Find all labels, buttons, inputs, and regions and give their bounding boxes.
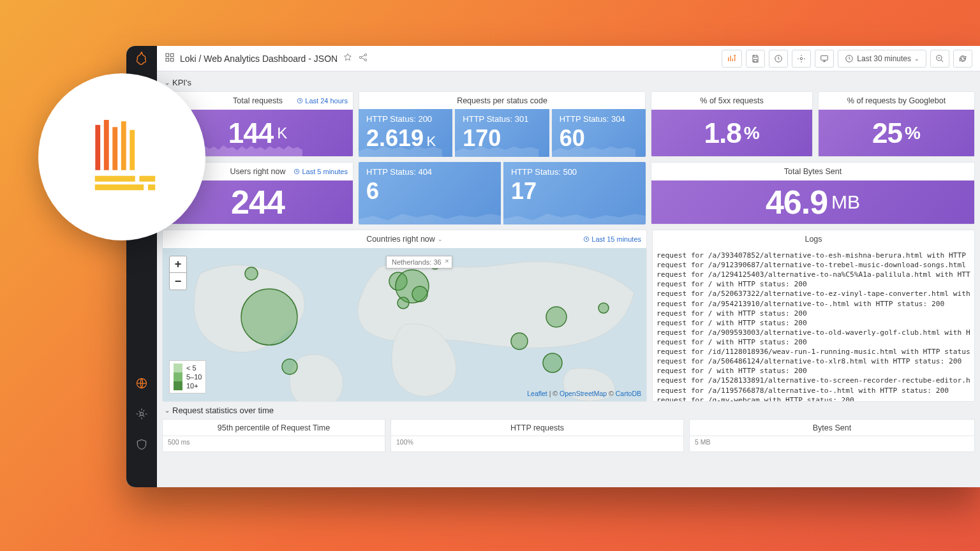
panel-p95[interactable]: 95th percentile of Request Time 500 ms bbox=[162, 419, 385, 452]
log-line: request for / with HTTP status: 200 bbox=[657, 318, 970, 328]
time-range-label: Last 30 minutes bbox=[857, 54, 911, 63]
save-button[interactable] bbox=[746, 50, 765, 68]
share-icon[interactable] bbox=[358, 52, 368, 64]
globe-icon[interactable] bbox=[135, 376, 149, 390]
grafana-logo-icon[interactable] bbox=[135, 51, 149, 65]
svg-rect-11 bbox=[821, 55, 828, 60]
status-card[interactable]: HTTP Status: 301170 bbox=[455, 109, 549, 157]
legend-item: < 5 bbox=[174, 364, 202, 372]
loki-logo-icon bbox=[79, 114, 165, 200]
map-legend: < 55–1010+ bbox=[169, 360, 206, 393]
svg-point-1 bbox=[140, 413, 144, 416]
loki-badge bbox=[38, 73, 205, 240]
log-line: request for / with HTTP status: 200 bbox=[657, 279, 970, 289]
svg-rect-3 bbox=[170, 54, 174, 57]
log-line: request for /a/393407852/alternative-to-… bbox=[657, 251, 970, 260]
panel-http-requests[interactable]: HTTP requests 100% bbox=[390, 419, 684, 452]
time-badge: Last 5 minutes bbox=[293, 168, 348, 175]
svg-point-7 bbox=[365, 54, 367, 55]
svg-rect-25 bbox=[94, 184, 144, 190]
time-badge: Last 15 minutes bbox=[583, 235, 641, 243]
svg-rect-4 bbox=[166, 58, 169, 61]
gear-icon[interactable] bbox=[135, 407, 149, 421]
panel-pct-5xx[interactable]: % of 5xx requests 1.8% bbox=[651, 91, 813, 157]
svg-point-10 bbox=[801, 57, 803, 60]
zoom-out-button[interactable]: − bbox=[170, 273, 186, 290]
legend-item: 5–10 bbox=[174, 372, 202, 381]
apps-icon[interactable] bbox=[165, 52, 175, 64]
log-line: request for /id/1128018936/weav-run-1-ru… bbox=[657, 347, 970, 356]
status-card[interactable]: HTTP Status: 2002.619 K bbox=[359, 109, 452, 157]
log-line: request for /a/520637322/alternative-to-… bbox=[657, 289, 970, 298]
map-zoom-controls: + − bbox=[169, 256, 187, 290]
panel-countries-map[interactable]: Countries right now⌄ Last 15 minutes bbox=[162, 230, 647, 402]
status-card[interactable]: HTTP Status: 4046 bbox=[359, 162, 501, 224]
shield-icon[interactable] bbox=[135, 437, 149, 452]
svg-rect-23 bbox=[94, 175, 135, 181]
panel-status-bottom[interactable]: HTTP Status: 4046HTTP Status: 50017 bbox=[359, 162, 646, 224]
panel-bytes-chart[interactable]: Bytes Sent 5 MB bbox=[689, 419, 975, 452]
main-content: Loki / Web Analytics Dashboard - JSON La… bbox=[157, 46, 980, 487]
monitor-button[interactable] bbox=[815, 50, 834, 68]
panel-requests-status[interactable]: Requests per status code HTTP Status: 20… bbox=[359, 91, 646, 157]
svg-rect-5 bbox=[170, 58, 174, 61]
log-line: request for /a/909593003/alternative-to-… bbox=[657, 328, 970, 337]
log-line: request for / with HTTP status: 200 bbox=[657, 366, 970, 376]
log-line: request for /a/912390687/alternative-to-… bbox=[657, 260, 970, 270]
time-range-picker[interactable]: Last 30 minutes ⌄ bbox=[838, 50, 926, 68]
svg-point-8 bbox=[365, 59, 367, 61]
panel-logs[interactable]: Logs request for /a/393407852/alternativ… bbox=[652, 230, 975, 402]
clock-history-button[interactable] bbox=[769, 50, 788, 68]
panel-pct-googlebot[interactable]: % of requests by Googlebot 25% bbox=[818, 91, 975, 157]
settings-button[interactable] bbox=[792, 50, 811, 68]
log-line: request for /a/1294125403/alternative-to… bbox=[657, 270, 970, 279]
log-line: request for /a/954213910/alternative-to-… bbox=[657, 299, 970, 309]
log-line: request for /a/1195766878/alternative-to… bbox=[657, 386, 970, 395]
row-header-kpis[interactable]: ⌄KPI's bbox=[165, 78, 975, 87]
chevron-down-icon: ⌄ bbox=[914, 55, 919, 62]
map-tooltip: Netherlands: 36× bbox=[386, 256, 452, 268]
log-line: request for /q-my-webcam with HTTP statu… bbox=[657, 395, 970, 401]
topbar: Loki / Web Analytics Dashboard - JSON La… bbox=[157, 46, 980, 71]
breadcrumb[interactable]: Loki / Web Analytics Dashboard - JSON bbox=[180, 54, 338, 64]
status-card[interactable]: HTTP Status: 50017 bbox=[503, 162, 646, 224]
map-attribution: Leaflet | © OpenStreetMap © CartoDB bbox=[527, 390, 641, 397]
add-panel-button[interactable] bbox=[722, 50, 742, 68]
log-line: request for /a/1528133891/alternative-to… bbox=[657, 376, 970, 385]
panel-bytes-sent[interactable]: Total Bytes Sent 46.9MB bbox=[651, 162, 975, 224]
zoom-in-button[interactable]: + bbox=[170, 256, 186, 273]
status-card[interactable]: HTTP Status: 30460 bbox=[552, 109, 646, 157]
zoom-out-button[interactable] bbox=[930, 50, 949, 68]
legend-item: 10+ bbox=[174, 381, 202, 390]
log-line: request for / with HTTP status: 200 bbox=[657, 309, 970, 318]
log-line: request for /a/506486124/alternative-to-… bbox=[657, 356, 970, 366]
refresh-button[interactable] bbox=[953, 50, 972, 68]
svg-rect-2 bbox=[166, 54, 169, 57]
svg-rect-26 bbox=[148, 184, 155, 190]
svg-point-6 bbox=[360, 56, 362, 58]
star-icon[interactable] bbox=[343, 52, 353, 64]
app-window: Loki / Web Analytics Dashboard - JSON La… bbox=[126, 46, 980, 487]
svg-rect-24 bbox=[139, 175, 155, 181]
time-badge: Last 24 hours bbox=[297, 97, 348, 105]
close-icon[interactable]: × bbox=[445, 257, 449, 265]
log-line: request for / with HTTP status: 200 bbox=[657, 337, 970, 347]
row-header-stats[interactable]: ⌄Request statistics over time bbox=[165, 406, 975, 415]
